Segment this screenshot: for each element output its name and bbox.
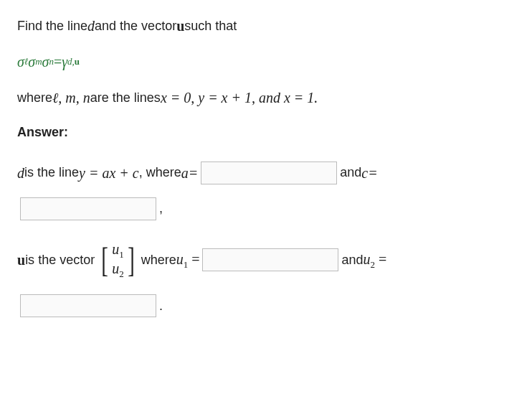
input-u2[interactable] xyxy=(20,294,156,317)
u1: u1 xyxy=(112,240,124,261)
text: Find the line xyxy=(17,16,87,37)
a-equals: a= xyxy=(181,161,199,184)
answer-u-row: u is the vector [ u1 u2 ] where u1 = and… xyxy=(17,239,515,281)
var-u: u xyxy=(17,248,25,271)
text: such that xyxy=(184,16,237,37)
u2: u2 xyxy=(112,260,124,280)
question-line-1: Find the line d and the vector u such th… xyxy=(17,14,515,37)
sub1: 1 xyxy=(119,249,124,260)
equals: = xyxy=(54,50,62,73)
question-line-3: where ℓ, m, n are the lines x = 0, y = x… xyxy=(17,86,515,109)
text: and xyxy=(340,162,361,183)
sub-m: m xyxy=(35,55,42,70)
answer-label: Answer: xyxy=(17,122,68,143)
input-c[interactable] xyxy=(20,197,156,220)
text: is the line xyxy=(24,162,79,183)
equals: = xyxy=(188,251,199,267)
period: . xyxy=(159,296,163,317)
left-bracket-icon: [ xyxy=(101,243,108,277)
u1-equals: u1 = xyxy=(176,248,200,272)
gamma: γ xyxy=(62,50,67,73)
sigma: σ xyxy=(17,50,24,73)
u: u xyxy=(112,261,119,276)
answer-d-row: d is the line y = ax + c , where a= and … xyxy=(17,161,515,184)
answer-u2-row: . xyxy=(17,294,515,317)
line-defs: x = 0, y = x + 1, and x = 1. xyxy=(161,86,318,109)
text: where xyxy=(141,250,176,271)
text: and xyxy=(341,250,363,271)
sub-u: u xyxy=(75,55,80,70)
text: and the vector xyxy=(95,16,176,37)
sub-d: d, xyxy=(67,55,75,70)
var-d: d xyxy=(87,14,95,37)
var-u: u xyxy=(176,14,184,37)
text: where xyxy=(17,88,52,108)
sigma: σ xyxy=(28,50,35,73)
text: , where xyxy=(139,162,181,183)
vars-lmn: ℓ, m, n xyxy=(52,86,90,109)
var-d: d xyxy=(17,161,24,184)
comma: , xyxy=(159,198,163,219)
sigma: σ xyxy=(42,50,49,73)
text: is the vector xyxy=(25,250,95,271)
u: u xyxy=(112,241,119,257)
input-a[interactable] xyxy=(201,161,337,184)
vector-bracket: [ u1 u2 ] xyxy=(99,239,136,281)
u2-equals: u2 = xyxy=(364,248,387,272)
c-equals: c= xyxy=(361,161,377,184)
vector-column: u1 u2 xyxy=(110,239,125,281)
input-u1[interactable] xyxy=(202,248,338,271)
line-eq: y = ax + c xyxy=(79,161,139,184)
u: u xyxy=(176,251,184,267)
equals: = xyxy=(375,251,386,267)
answer-c-row: , xyxy=(17,197,515,220)
text: are the lines xyxy=(90,88,161,108)
answer-heading: Answer: xyxy=(17,122,515,143)
equation-line: σℓσmσn = γd,u xyxy=(17,50,515,73)
right-bracket-icon: ] xyxy=(128,243,135,277)
u: u xyxy=(364,251,371,267)
sub2: 2 xyxy=(119,268,124,279)
